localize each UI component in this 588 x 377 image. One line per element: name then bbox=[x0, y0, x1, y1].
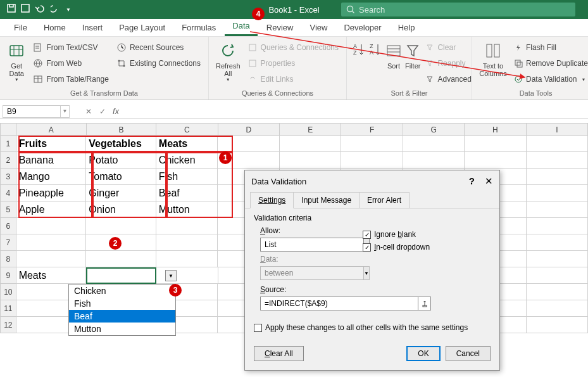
properties-button: Properties bbox=[245, 56, 341, 70]
cell-dropdown-button[interactable]: ▼ bbox=[165, 270, 177, 281]
save-icon[interactable] bbox=[20, 3, 30, 16]
help-icon[interactable]: ? bbox=[469, 176, 475, 187]
title-bar: ▼ Book1 - Excel Search bbox=[0, 0, 588, 19]
sort-button[interactable]: Sort bbox=[385, 39, 403, 86]
clear-filter-button: Clear bbox=[423, 41, 473, 54]
svg-rect-4 bbox=[34, 44, 41, 51]
existing-connections-button[interactable]: Existing Connections bbox=[114, 56, 203, 70]
formula-bar: B9 ▼ ✕ ✓ fx bbox=[0, 104, 588, 119]
tab-home[interactable]: Home bbox=[36, 20, 73, 36]
enter-formula-icon[interactable]: ✓ bbox=[96, 105, 109, 118]
svg-text:A: A bbox=[353, 43, 357, 49]
svg-rect-18 bbox=[494, 44, 499, 57]
ok-button[interactable]: OK bbox=[406, 346, 440, 361]
undo-icon[interactable] bbox=[34, 4, 47, 15]
col-header[interactable]: F bbox=[341, 123, 403, 136]
svg-rect-11 bbox=[249, 60, 256, 67]
from-web-button[interactable]: From Web bbox=[30, 56, 111, 70]
validation-dropdown-list: Chicken Fish Beaf Mutton bbox=[68, 284, 176, 336]
dialog-tab-input-message[interactable]: Input Message bbox=[293, 192, 360, 208]
fx-icon[interactable]: fx bbox=[113, 106, 119, 116]
tab-view[interactable]: View bbox=[302, 20, 335, 36]
cancel-formula-icon[interactable]: ✕ bbox=[82, 105, 95, 118]
reapply-button: Reapply bbox=[423, 56, 473, 70]
col-header[interactable]: G bbox=[403, 123, 465, 136]
document-title: Book1 - Excel bbox=[268, 5, 319, 15]
filter-button[interactable]: Filter bbox=[405, 39, 420, 86]
advanced-filter-button[interactable]: Advanced bbox=[423, 72, 473, 86]
queries-connections-button[interactable]: Queries & Connections bbox=[245, 41, 341, 54]
from-table-range-button[interactable]: From Table/Range bbox=[30, 72, 111, 86]
text-to-columns-button[interactable]: Text to Columns bbox=[477, 39, 509, 86]
data-validation-dialog: Data Validation ? ✕ Settings Input Messa… bbox=[244, 170, 500, 371]
apply-all-checkbox[interactable]: Apply these changes to all other cells w… bbox=[254, 323, 491, 332]
data-combo: ▼ bbox=[260, 266, 355, 280]
svg-text:A: A bbox=[370, 49, 373, 56]
svg-point-21 bbox=[515, 76, 522, 82]
range-picker-icon[interactable] bbox=[418, 297, 431, 310]
active-cell[interactable] bbox=[86, 267, 156, 284]
col-header[interactable]: H bbox=[465, 123, 526, 136]
from-text-csv-button[interactable]: From Text/CSV bbox=[30, 41, 111, 54]
dropdown-item[interactable]: Chicken bbox=[69, 284, 175, 297]
svg-text:Z: Z bbox=[370, 43, 373, 49]
col-header[interactable]: E bbox=[280, 123, 341, 136]
source-input[interactable] bbox=[260, 297, 431, 310]
svg-rect-20 bbox=[517, 62, 522, 67]
svg-rect-0 bbox=[8, 4, 15, 12]
svg-point-2 bbox=[347, 6, 353, 12]
tab-developer[interactable]: Developer bbox=[336, 20, 389, 36]
select-all-corner[interactable] bbox=[0, 123, 16, 136]
dropdown-item[interactable]: Fish bbox=[69, 297, 175, 310]
recent-sources-button[interactable]: Recent Sources bbox=[114, 41, 203, 54]
refresh-all-button[interactable]: Refresh All ▼ bbox=[214, 39, 242, 86]
svg-rect-17 bbox=[487, 44, 492, 57]
remove-duplicates-button[interactable]: Remove Duplicates bbox=[511, 56, 588, 70]
col-header[interactable]: D bbox=[218, 123, 280, 136]
tab-formulas[interactable]: Formulas bbox=[174, 20, 223, 36]
close-icon[interactable]: ✕ bbox=[485, 176, 493, 187]
flash-fill-button[interactable]: Flash Fill bbox=[511, 41, 588, 54]
name-box[interactable]: B9 bbox=[3, 105, 61, 118]
name-box-dropdown[interactable]: ▼ bbox=[61, 105, 70, 118]
tab-help[interactable]: Help bbox=[391, 20, 423, 36]
svg-point-8 bbox=[118, 60, 120, 62]
col-header[interactable]: C bbox=[156, 123, 218, 136]
autosave-icon[interactable] bbox=[6, 3, 16, 16]
sort-za-button[interactable]: ZA bbox=[368, 39, 382, 86]
svg-point-9 bbox=[123, 65, 125, 67]
allow-combo[interactable]: ▼ bbox=[260, 238, 355, 252]
tab-insert[interactable]: Insert bbox=[75, 20, 111, 36]
dialog-tab-settings[interactable]: Settings bbox=[250, 192, 294, 208]
in-cell-dropdown-checkbox[interactable]: ✓In-cell dropdown bbox=[363, 243, 430, 252]
col-header[interactable]: B bbox=[87, 123, 157, 136]
col-header[interactable]: A bbox=[16, 123, 87, 136]
sort-az-button[interactable]: AZ bbox=[352, 39, 366, 86]
redo-icon[interactable] bbox=[51, 4, 62, 15]
annotation-badge-2: 2 bbox=[109, 237, 122, 250]
tab-data[interactable]: Data bbox=[225, 18, 257, 36]
col-header[interactable]: I bbox=[527, 123, 588, 136]
dialog-title: Data Validation bbox=[251, 177, 306, 186]
annotation-badge-1: 1 bbox=[219, 151, 232, 164]
clear-all-button[interactable]: Clear All bbox=[254, 346, 304, 361]
annotation-badge-4: 4 bbox=[252, 8, 265, 20]
svg-rect-19 bbox=[515, 60, 520, 65]
annotation-badge-3: 3 bbox=[169, 284, 182, 297]
svg-rect-16 bbox=[387, 46, 400, 56]
tab-file[interactable]: File bbox=[6, 20, 35, 36]
svg-rect-3 bbox=[10, 46, 23, 56]
data-validation-button[interactable]: Data Validation ▼ bbox=[511, 72, 588, 86]
search-input[interactable]: Search bbox=[341, 3, 575, 16]
dialog-tab-error-alert[interactable]: Error Alert bbox=[359, 192, 410, 208]
get-data-button[interactable]: Get Data ▼ bbox=[5, 39, 28, 86]
tab-review[interactable]: Review bbox=[259, 20, 301, 36]
ignore-blank-checkbox[interactable]: ✓Ignore blank bbox=[363, 230, 430, 239]
dropdown-item-selected[interactable]: Beaf bbox=[69, 310, 175, 323]
criteria-label: Validation criteria bbox=[254, 214, 491, 222]
tab-page-layout[interactable]: Page Layout bbox=[111, 20, 173, 36]
svg-rect-1 bbox=[22, 4, 29, 12]
dropdown-item[interactable]: Mutton bbox=[69, 323, 175, 335]
ribbon-tabs: File Home Insert Page Layout Formulas Da… bbox=[0, 19, 588, 37]
cancel-button[interactable]: Cancel bbox=[446, 346, 491, 361]
